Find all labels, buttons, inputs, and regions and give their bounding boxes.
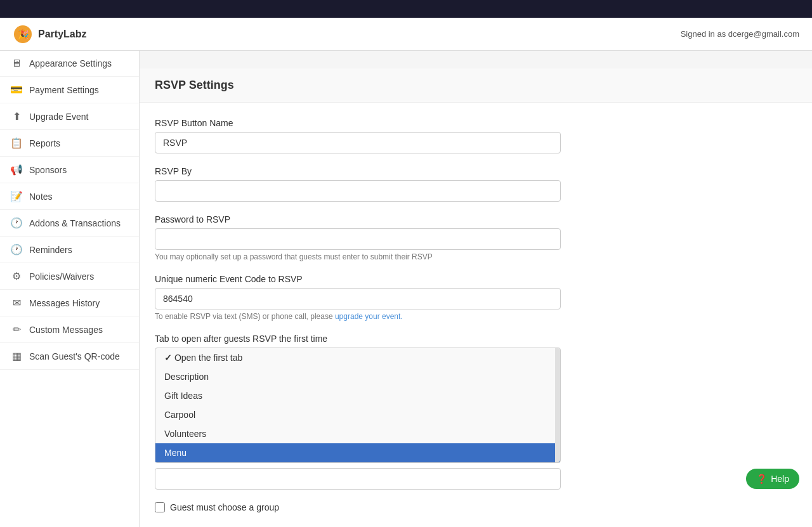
sidebar: 🖥 Appearance Settings 💳 Payment Settings… [0,51,140,527]
sidebar-item-payment-settings[interactable]: 💳 Payment Settings [0,77,139,103]
svg-text:🎉: 🎉 [18,29,29,40]
messages-history-icon: ✉ [10,297,23,309]
dropdown-option-gift-ideas[interactable]: Gift Ideas [155,386,560,405]
event-code-label: Unique numeric Event Code to RSVP [155,274,797,284]
rsvp-by-input[interactable] [155,180,561,202]
upgrade-event-link[interactable]: upgrade your event. [335,312,403,321]
rsvp-by-field: RSVP By [155,166,797,202]
sidebar-item-appearance-settings[interactable]: 🖥 Appearance Settings [0,51,139,77]
tab-open-dropdown[interactable]: Open the first tab Description Gift Idea… [155,348,561,463]
scan-qr-icon: ▦ [10,350,23,362]
password-helper: You may optionally set up a password tha… [155,252,797,261]
dropdown-option-open-first-tab[interactable]: Open the first tab [155,348,560,367]
sidebar-label-upgrade: Upgrade Event [29,112,88,122]
sidebar-label-notes: Notes [29,192,53,202]
policies-icon: ⚙ [10,270,23,282]
sidebar-item-notes[interactable]: 📝 Notes [0,183,139,210]
guest-group-checkbox-row: Guest must choose a group [155,502,797,512]
sidebar-label-custom-messages: Custom Messages [29,325,103,335]
sidebar-label-policies: Policies/Waivers [29,271,94,282]
sidebar-item-policies-waivers[interactable]: ⚙ Policies/Waivers [0,263,139,290]
layout: 🖥 Appearance Settings 💳 Payment Settings… [0,68,812,527]
custom-messages-icon: ✏ [10,323,23,335]
tab-open-field: Tab to open after guests RSVP the first … [155,334,797,490]
main-content: RSVP Settings RSVP Button Name RSVP By P… [140,68,812,527]
dropdown-option-volunteers[interactable]: Volunteers [155,424,560,443]
dropdown-option-carpool[interactable]: Carpool [155,405,560,424]
dropdown-scrollbar[interactable] [555,348,560,462]
sidebar-item-custom-messages[interactable]: ✏ Custom Messages [0,316,139,343]
page-header: RSVP Settings [140,68,812,103]
tab-open-text-input[interactable] [155,468,561,490]
signed-in-text: Signed in as dcerge@gmail.com [681,29,799,39]
help-button[interactable]: ❓ Help [746,469,799,489]
sidebar-item-reports[interactable]: 📋 Reports [0,130,139,157]
tab-open-below-input [155,468,797,490]
sidebar-item-reminders[interactable]: 🕐 Reminders [0,237,139,263]
password-input[interactable] [155,228,561,250]
sidebar-label-addons: Addons & Transactions [29,218,121,228]
header: 🎉 PartyLabz Signed in as dcerge@gmail.co… [0,18,812,51]
payment-icon: 💳 [10,84,23,96]
event-code-field: Unique numeric Event Code to RSVP To ena… [155,274,797,321]
topbar [0,0,812,18]
addons-icon: 🕐 [10,217,23,229]
sidebar-item-upgrade-event[interactable]: ⬆ Upgrade Event [0,103,139,130]
sidebar-item-sponsors[interactable]: 📢 Sponsors [0,157,139,183]
sidebar-item-addons-transactions[interactable]: 🕐 Addons & Transactions [0,210,139,237]
sidebar-label-reminders: Reminders [29,245,72,255]
page-title: RSVP Settings [155,79,797,92]
rsvp-by-label: RSVP By [155,166,797,176]
sidebar-item-messages-history[interactable]: ✉ Messages History [0,290,139,316]
tab-open-label: Tab to open after guests RSVP the first … [155,334,797,344]
reminders-icon: 🕐 [10,244,23,256]
event-code-helper-pre: To enable RSVP via text (SMS) or phone c… [155,312,335,321]
sidebar-label-reports: Reports [29,138,60,148]
sidebar-label-appearance: Appearance Settings [29,58,112,68]
rsvp-button-name-field: RSVP Button Name [155,118,797,153]
logo-icon: 🎉 [13,24,33,44]
event-code-input[interactable] [155,288,561,309]
sidebar-item-scan-qr[interactable]: ▦ Scan Guest's QR-code [0,343,139,370]
sidebar-label-sponsors: Sponsors [29,165,67,175]
sidebar-label-messages-history: Messages History [29,298,100,308]
password-field: Password to RSVP You may optionally set … [155,214,797,261]
help-icon: ❓ [756,474,767,484]
content-area: RSVP Button Name RSVP By Password to RSV… [140,103,812,527]
sidebar-label-payment: Payment Settings [29,85,99,95]
password-label: Password to RSVP [155,214,797,224]
logo[interactable]: 🎉 PartyLabz [13,24,86,44]
help-label: Help [771,474,789,484]
sidebar-label-scan-qr: Scan Guest's QR-code [29,351,120,361]
notes-icon: 📝 [10,190,23,202]
reports-icon: 📋 [10,137,23,149]
rsvp-button-name-input[interactable] [155,132,561,153]
sponsors-icon: 📢 [10,164,23,176]
logo-text: PartyLabz [38,29,86,40]
dropdown-option-menu[interactable]: Menu [155,443,560,462]
rsvp-button-name-label: RSVP Button Name [155,118,797,128]
guest-group-checkbox[interactable] [155,502,165,512]
dropdown-option-description[interactable]: Description [155,367,560,386]
event-code-helper: To enable RSVP via text (SMS) or phone c… [155,312,797,321]
guest-group-label[interactable]: Guest must choose a group [170,502,279,512]
appearance-icon: 🖥 [10,58,23,69]
upgrade-icon: ⬆ [10,110,23,122]
